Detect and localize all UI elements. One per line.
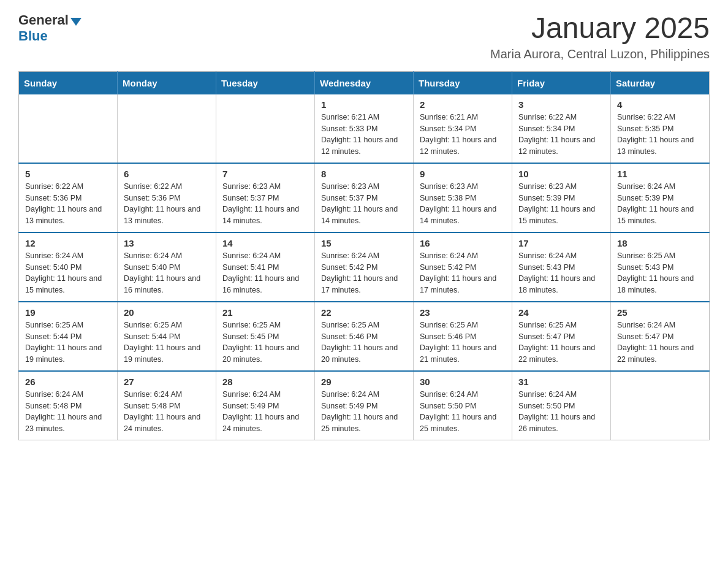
day-number: 31 [518,377,604,387]
day-number: 10 [518,169,604,179]
day-info: Sunrise: 6:25 AMSunset: 5:46 PMDaylight:… [321,320,407,366]
day-number: 19 [25,307,111,318]
day-info: Sunrise: 6:22 AMSunset: 5:36 PMDaylight:… [25,181,111,227]
day-info: Sunrise: 6:21 AMSunset: 5:34 PMDaylight:… [420,112,506,158]
day-number: 6 [124,169,210,179]
calendar-cell: 6Sunrise: 6:22 AMSunset: 5:36 PMDaylight… [118,163,216,232]
calendar-cell: 16Sunrise: 6:24 AMSunset: 5:42 PMDayligh… [414,232,512,302]
day-info: Sunrise: 6:24 AMSunset: 5:42 PMDaylight:… [321,250,407,296]
calendar-cell: 1Sunrise: 6:21 AMSunset: 5:33 PMDaylight… [315,94,414,163]
calendar-cell: 26Sunrise: 6:24 AMSunset: 5:48 PMDayligh… [19,371,118,440]
day-info: Sunrise: 6:22 AMSunset: 5:36 PMDaylight:… [124,181,210,227]
day-info: Sunrise: 6:25 AMSunset: 5:47 PMDaylight:… [518,320,604,366]
day-info: Sunrise: 6:24 AMSunset: 5:40 PMDaylight:… [124,250,210,296]
day-info: Sunrise: 6:24 AMSunset: 5:39 PMDaylight:… [617,181,703,227]
day-number: 21 [222,307,308,318]
calendar-cell [611,371,710,440]
day-number: 20 [124,307,210,318]
calendar-cell: 28Sunrise: 6:24 AMSunset: 5:49 PMDayligh… [216,371,315,440]
day-number: 1 [321,99,407,110]
calendar-week-1: 5Sunrise: 6:22 AMSunset: 5:36 PMDaylight… [19,163,710,232]
day-info: Sunrise: 6:23 AMSunset: 5:37 PMDaylight:… [321,181,407,227]
day-info: Sunrise: 6:25 AMSunset: 5:43 PMDaylight:… [617,250,703,296]
day-info: Sunrise: 6:24 AMSunset: 5:48 PMDaylight:… [25,389,111,435]
day-info: Sunrise: 6:24 AMSunset: 5:43 PMDaylight:… [518,250,604,296]
calendar-cell: 20Sunrise: 6:25 AMSunset: 5:44 PMDayligh… [118,302,216,371]
day-info: Sunrise: 6:24 AMSunset: 5:48 PMDaylight:… [124,389,210,435]
location-title: Maria Aurora, Central Luzon, Philippines [490,47,710,61]
logo: General Blue [18,12,82,44]
day-number: 23 [420,307,506,318]
calendar-cell: 25Sunrise: 6:24 AMSunset: 5:47 PMDayligh… [611,302,710,371]
logo-general-text: General [18,12,69,28]
day-info: Sunrise: 6:22 AMSunset: 5:34 PMDaylight:… [518,112,604,158]
calendar-cell: 4Sunrise: 6:22 AMSunset: 5:35 PMDaylight… [611,94,710,163]
calendar-cell [118,94,216,163]
day-number: 22 [321,307,407,318]
day-number: 8 [321,169,407,179]
calendar-week-4: 26Sunrise: 6:24 AMSunset: 5:48 PMDayligh… [19,371,710,440]
calendar-cell: 30Sunrise: 6:24 AMSunset: 5:50 PMDayligh… [414,371,512,440]
day-info: Sunrise: 6:23 AMSunset: 5:37 PMDaylight:… [222,181,308,227]
day-number: 14 [222,238,308,248]
day-number: 18 [617,238,703,248]
calendar-cell: 24Sunrise: 6:25 AMSunset: 5:47 PMDayligh… [512,302,611,371]
day-number: 26 [25,377,111,387]
day-number: 24 [518,307,604,318]
calendar-cell: 27Sunrise: 6:24 AMSunset: 5:48 PMDayligh… [118,371,216,440]
calendar-cell: 15Sunrise: 6:24 AMSunset: 5:42 PMDayligh… [315,232,414,302]
day-info: Sunrise: 6:22 AMSunset: 5:35 PMDaylight:… [617,112,703,158]
day-number: 4 [617,99,703,110]
day-info: Sunrise: 6:24 AMSunset: 5:47 PMDaylight:… [617,320,703,366]
weekday-header-saturday: Saturday [611,71,710,94]
day-number: 25 [617,307,703,318]
logo-arrow-icon [70,18,82,26]
day-number: 5 [25,169,111,179]
day-info: Sunrise: 6:21 AMSunset: 5:33 PMDaylight:… [321,112,407,158]
day-info: Sunrise: 6:23 AMSunset: 5:39 PMDaylight:… [518,181,604,227]
day-number: 30 [420,377,506,387]
day-info: Sunrise: 6:24 AMSunset: 5:49 PMDaylight:… [321,389,407,435]
day-info: Sunrise: 6:24 AMSunset: 5:42 PMDaylight:… [420,250,506,296]
calendar-cell [216,94,315,163]
day-info: Sunrise: 6:24 AMSunset: 5:40 PMDaylight:… [25,250,111,296]
calendar-cell: 17Sunrise: 6:24 AMSunset: 5:43 PMDayligh… [512,232,611,302]
day-number: 9 [420,169,506,179]
calendar-cell: 3Sunrise: 6:22 AMSunset: 5:34 PMDaylight… [512,94,611,163]
day-number: 17 [518,238,604,248]
day-info: Sunrise: 6:25 AMSunset: 5:44 PMDaylight:… [25,320,111,366]
calendar-cell: 13Sunrise: 6:24 AMSunset: 5:40 PMDayligh… [118,232,216,302]
calendar-cell [19,94,118,163]
calendar-cell: 12Sunrise: 6:24 AMSunset: 5:40 PMDayligh… [19,232,118,302]
day-info: Sunrise: 6:25 AMSunset: 5:44 PMDaylight:… [124,320,210,366]
weekday-header-tuesday: Tuesday [216,71,315,94]
calendar-cell: 9Sunrise: 6:23 AMSunset: 5:38 PMDaylight… [414,163,512,232]
day-info: Sunrise: 6:24 AMSunset: 5:50 PMDaylight:… [518,389,604,435]
day-number: 7 [222,169,308,179]
calendar-cell: 21Sunrise: 6:25 AMSunset: 5:45 PMDayligh… [216,302,315,371]
day-info: Sunrise: 6:25 AMSunset: 5:45 PMDaylight:… [222,320,308,366]
weekday-header-friday: Friday [512,71,611,94]
month-title: January 2025 [490,12,710,45]
calendar-cell: 5Sunrise: 6:22 AMSunset: 5:36 PMDaylight… [19,163,118,232]
weekday-header-wednesday: Wednesday [315,71,414,94]
day-info: Sunrise: 6:24 AMSunset: 5:50 PMDaylight:… [420,389,506,435]
calendar-cell: 22Sunrise: 6:25 AMSunset: 5:46 PMDayligh… [315,302,414,371]
day-info: Sunrise: 6:25 AMSunset: 5:46 PMDaylight:… [420,320,506,366]
day-info: Sunrise: 6:23 AMSunset: 5:38 PMDaylight:… [420,181,506,227]
calendar-cell: 23Sunrise: 6:25 AMSunset: 5:46 PMDayligh… [414,302,512,371]
day-number: 15 [321,238,407,248]
calendar-cell: 31Sunrise: 6:24 AMSunset: 5:50 PMDayligh… [512,371,611,440]
calendar-cell: 19Sunrise: 6:25 AMSunset: 5:44 PMDayligh… [19,302,118,371]
day-number: 28 [222,377,308,387]
calendar-week-0: 1Sunrise: 6:21 AMSunset: 5:33 PMDaylight… [19,94,710,163]
header: General Blue January 2025 Maria Aurora, … [18,12,710,61]
day-number: 3 [518,99,604,110]
day-info: Sunrise: 6:24 AMSunset: 5:49 PMDaylight:… [222,389,308,435]
calendar-cell: 8Sunrise: 6:23 AMSunset: 5:37 PMDaylight… [315,163,414,232]
calendar-cell: 18Sunrise: 6:25 AMSunset: 5:43 PMDayligh… [611,232,710,302]
day-number: 27 [124,377,210,387]
day-number: 2 [420,99,506,110]
calendar-week-3: 19Sunrise: 6:25 AMSunset: 5:44 PMDayligh… [19,302,710,371]
weekday-header-monday: Monday [118,71,216,94]
